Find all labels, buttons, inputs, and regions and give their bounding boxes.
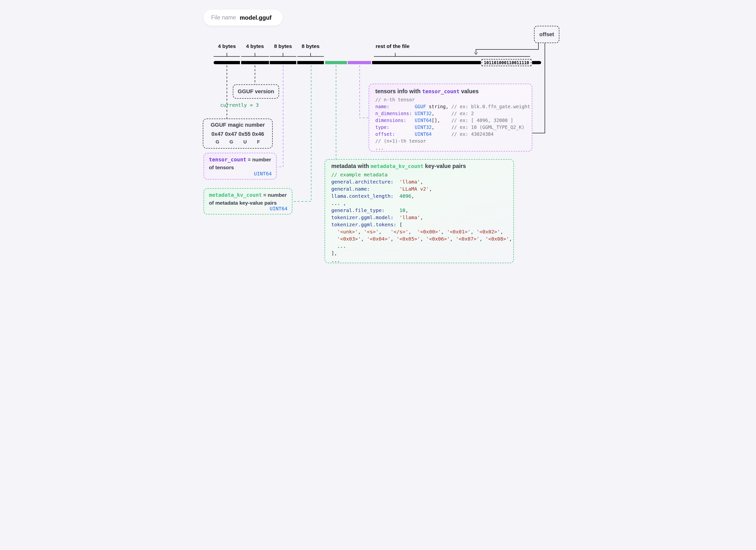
byte-label-metadata-kv-count: 8 bytes [302, 43, 319, 49]
code-line: llama.context_length: 4096, [331, 193, 513, 200]
code-line: '<0x03>', '<0x04>', '<0x05>', '<0x06>', … [331, 236, 513, 243]
code-line: tokenizer.ggml.tokens: [ [331, 221, 513, 228]
byte-extent-brackets [214, 53, 530, 57]
metadata-title-pre: metadata with [331, 163, 371, 169]
code-line: // example metadata [331, 171, 513, 178]
tensor-count-box: tensor_count = number of tensors UINT64 [204, 153, 277, 180]
code-line: // (n+1)-th tensor [375, 138, 532, 144]
gguf-version-note: currently = 3 [217, 102, 262, 108]
metadata-kv-count-code: metadata_kv_count [209, 192, 262, 198]
metadata-kv-count-line2: of metadata key-value pairs [209, 200, 287, 206]
code-line: name: GGUF string, // ex: blk.0.ffn_gate… [375, 103, 532, 110]
bar-segment-magic [214, 61, 240, 64]
code-line: n_dimensions: UINT32, // ex: 2 [375, 110, 532, 117]
metadata-title: metadata with metadata_kv_count key-valu… [331, 163, 513, 170]
magic-letter: G [229, 139, 233, 145]
code-line: // n-th tensor [375, 96, 532, 103]
bar-segment-tensors-info [348, 61, 371, 64]
bar-segment-version [241, 61, 269, 64]
metadata-title-code: metadata_kv_count [371, 163, 424, 169]
gguf-version-box: GGUF version [233, 84, 279, 99]
byte-label-magic: 4 bytes [218, 43, 236, 49]
metadata-title-post: key-value pairs [424, 163, 466, 169]
magic-letter: U [243, 139, 247, 145]
code-line: general.name: 'LLaMA v2', [331, 186, 513, 193]
code-line: offset: UINT64 // ex: 43024384 [375, 131, 532, 138]
metadata-kv-count-type: UINT64 [270, 206, 287, 212]
tensor-count-code: tensor_count [209, 157, 246, 163]
code-line: '<unk>', '<s>', '</s>', '<0x00>', '<0x01… [331, 228, 513, 236]
file-name-pill: File name model.gguf [204, 10, 283, 26]
offset-badge: offset [534, 26, 559, 43]
tensor-count-line1: tensor_count = number [209, 157, 272, 163]
tensors-info-code: // n-th tensorname: GGUF string, // ex: … [375, 96, 532, 151]
byte-label-version: 4 bytes [246, 43, 264, 49]
magic-letter: G [216, 139, 219, 145]
bar-segment-metadata-kv-count [297, 61, 324, 64]
code-line: ... [331, 243, 513, 250]
metadata-kv-count-box: metadata_kv_count = number of metadata k… [204, 188, 292, 215]
offset-to-bar-arrowhead [474, 52, 477, 54]
tensors-title-code: tensor_count [422, 89, 459, 95]
code-line: dimensions: UINT64[], // ex: [ 4096, 320… [375, 117, 532, 124]
rest-of-file-label: rest of the file [376, 43, 409, 49]
code-line: general.file_type: 10, [331, 207, 513, 214]
code-line: general.architecture: 'llama', [331, 178, 513, 186]
tensors-title-pre: tensors info with [375, 88, 422, 95]
tensors-info-box: tensors info with tensor_count values //… [369, 84, 532, 152]
offset-binary-box: 101101000110011110 [482, 59, 531, 66]
file-name-label: File name [211, 14, 236, 21]
metadata-code: // example metadatageneral.architecture:… [331, 171, 513, 264]
code-line: type: UINT32, // ex: 10 (GGML_TYPE_Q2_K) [375, 124, 532, 131]
byte-label-tensor-count: 8 bytes [274, 43, 292, 49]
tensors-info-connector [360, 65, 369, 118]
tensor-count-line2: of tensors [209, 165, 272, 171]
code-line: ], [331, 250, 513, 257]
bar-segment-tensor-count [270, 61, 296, 64]
bar-segment-end-cap [532, 61, 541, 64]
bar-segment-rest [372, 61, 481, 64]
magic-title: GGUF magic number [203, 122, 272, 128]
bar-segment-metadata [325, 61, 347, 64]
code-line: ... [331, 257, 513, 264]
code-line: ... [375, 144, 532, 151]
magic-letters: G G U F [210, 139, 265, 145]
tensor-count-type: UINT64 [254, 171, 272, 177]
file-name-value: model.gguf [240, 14, 271, 21]
code-line: ... , [331, 200, 513, 207]
tensor-count-connector [277, 65, 283, 167]
tensor-count-eq: = number [246, 157, 271, 162]
magic-hex: 0x47 0x47 0x55 0x46 [203, 131, 272, 137]
tensors-title-post: values [459, 88, 479, 95]
tensors-info-title: tensors info with tensor_count values [375, 88, 532, 95]
gguf-magic-number-box: GGUF magic number 0x47 0x47 0x55 0x46 G … [203, 119, 273, 149]
offset-to-bar-arrow [476, 43, 538, 53]
gguf-file-format-diagram: File name model.gguf offset 4 bytes 4 by… [189, 0, 567, 275]
metadata-box: metadata with metadata_kv_count key-valu… [325, 159, 514, 263]
metadata-kv-count-line1: metadata_kv_count = number [209, 192, 287, 198]
code-line: tokenizer.ggml.model: 'llama', [331, 214, 513, 221]
metadata-kv-count-connector [293, 65, 311, 202]
metadata-kv-count-eq: = number [262, 192, 287, 198]
magic-letter: F [257, 139, 260, 145]
